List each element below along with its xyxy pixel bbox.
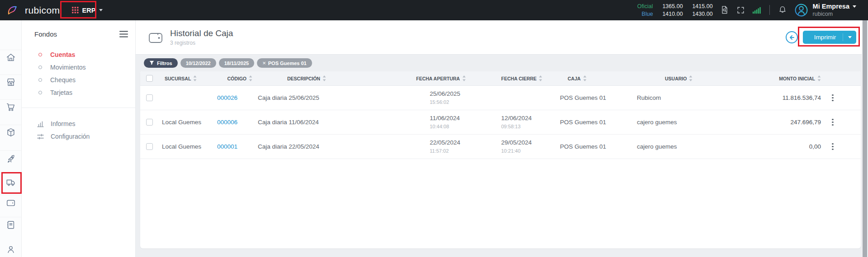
remove-filter-icon[interactable]: × <box>262 60 266 66</box>
column-header-codigo[interactable]: CÓDIGO <box>217 75 253 81</box>
filter-chip-date-from[interactable]: 10/12/2022 <box>180 58 216 68</box>
sidebar-item-configuracion[interactable]: Configuración <box>22 130 135 143</box>
icon-rail <box>0 20 22 257</box>
table-row: 000026 Caja diaria 25/06/2025 25/06/2025… <box>140 86 861 110</box>
sort-icon <box>583 75 587 81</box>
cell-monto-inicial: 0,00 <box>742 143 821 150</box>
column-header-sucursal[interactable]: SUCURSAL <box>158 75 217 81</box>
column-header-fecha-apertura[interactable]: FECHA APERTURA <box>412 75 498 81</box>
table-row: Local Guemes 000001 Caja diaria 22/05/20… <box>140 135 861 159</box>
filter-chip-date-to[interactable]: 18/11/2025 <box>219 58 254 68</box>
cell-descripcion: Caja diaria 25/06/2025 <box>253 94 412 101</box>
sidebar-item-label: Movimientos <box>50 64 86 71</box>
codigo-link[interactable]: 000001 <box>217 143 237 150</box>
rail-item-rocket[interactable] <box>0 149 21 169</box>
person-icon <box>6 244 16 254</box>
column-header-usuario[interactable]: USUARIO <box>633 75 742 81</box>
sidebar-item-informes[interactable]: Informes <box>22 117 135 130</box>
rail-item-wallet[interactable] <box>0 193 21 213</box>
page-header: Historial de Caja 3 registros Imprimir <box>136 20 862 55</box>
rate-label-blue: Blue <box>637 11 653 17</box>
chevron-down-icon <box>853 5 856 8</box>
rail-item-store[interactable] <box>0 72 21 92</box>
table-row: Local Guemes 000006 Caja diaria 11/06/20… <box>140 110 861 135</box>
column-header-monto-inicial[interactable]: MONTO INICIAL <box>742 75 821 81</box>
rate-oficial-sell: 1415.00 <box>688 3 713 9</box>
app-switcher-erp[interactable]: ERP <box>71 5 104 16</box>
wallet-icon <box>6 198 16 208</box>
sidebar-item-cuentas[interactable]: Cuentas <box>22 48 135 61</box>
column-header-caja[interactable]: CAJA <box>556 75 633 81</box>
bullet-icon <box>38 65 42 69</box>
sidebar-item-cheques[interactable]: Cheques <box>22 74 135 86</box>
home-icon <box>6 52 16 62</box>
rail-item-package[interactable] <box>0 122 21 142</box>
cell-usuario: cajero guemes <box>633 119 742 126</box>
rail-item-user[interactable] <box>0 239 21 257</box>
topbar-divider <box>769 5 770 15</box>
chevron-down-icon <box>99 9 103 11</box>
rate-label-oficial: Oficial <box>637 3 653 9</box>
fecha-cierre: 12/06/2024 <box>501 115 532 122</box>
page-title: Historial de Caja <box>170 28 233 38</box>
document-search-icon[interactable] <box>720 5 729 14</box>
filter-chip-caja[interactable]: × POS Guemes 01 <box>257 58 312 68</box>
codigo-link[interactable]: 000006 <box>217 119 237 126</box>
sort-icon <box>817 75 821 81</box>
exchange-rates: Oficial 1365.00 1415.00 Blue 1410.00 143… <box>637 3 713 17</box>
codigo-link[interactable]: 000026 <box>217 94 237 101</box>
hora-cierre: 09:58:13 <box>501 124 532 129</box>
print-button[interactable]: Imprimir <box>803 31 856 44</box>
back-button[interactable] <box>786 31 798 43</box>
rail-item-truck[interactable] <box>0 173 21 192</box>
select-all-checkbox[interactable] <box>146 75 153 82</box>
bullet-icon <box>38 78 42 82</box>
vertical-scrollbar[interactable] <box>862 20 868 257</box>
sidebar-item-label: Cuentas <box>50 51 75 58</box>
row-actions-kebab-icon[interactable] <box>830 117 835 128</box>
cell-sucursal: Local Guemes <box>158 119 217 126</box>
shopping-cart-icon <box>6 102 16 112</box>
cash-history-table: SUCURSAL CÓDIGO DESCRIPCIÓN FECHA APERTU… <box>140 71 861 248</box>
fecha-apertura: 11/06/2024 <box>430 115 460 122</box>
row-actions-kebab-icon[interactable] <box>830 93 835 103</box>
cell-monto-inicial: 247.696,79 <box>742 119 821 126</box>
collapse-menu-icon[interactable] <box>119 31 128 37</box>
notifications-bell-icon[interactable] <box>778 5 787 14</box>
filter-bar: Filtros 10/12/2022 18/11/2025 × POS Guem… <box>136 55 862 71</box>
fecha-apertura: 22/05/2024 <box>430 140 460 146</box>
fecha-apertura: 25/06/2025 <box>430 91 460 98</box>
fecha-cierre: 29/05/2024 <box>501 140 532 146</box>
row-checkbox[interactable] <box>146 94 153 101</box>
sort-icon <box>249 75 252 81</box>
row-checkbox[interactable] <box>146 143 153 150</box>
sidebar-item-label: Informes <box>51 120 75 127</box>
sliders-icon <box>37 133 44 140</box>
bullet-icon <box>38 91 42 94</box>
package-icon <box>6 127 16 137</box>
topbar: rubicom ERP Oficial 1365.00 1415.00 Blue… <box>0 0 868 20</box>
column-header-descripcion[interactable]: DESCRIPCIÓN <box>253 75 412 81</box>
row-actions-kebab-icon[interactable] <box>830 141 835 152</box>
sort-icon <box>193 75 197 81</box>
truck-icon <box>6 178 16 187</box>
sidebar-item-movimientos[interactable]: Movimientos <box>22 61 135 74</box>
rubicom-logo-icon[interactable] <box>6 4 18 16</box>
user-menu[interactable]: Mi Empresa rubicom <box>794 3 856 17</box>
sidebar-item-tarjetas[interactable]: Tarjetas <box>22 86 135 99</box>
record-count: 3 registros <box>170 40 233 46</box>
filters-button[interactable]: Filtros <box>144 58 178 68</box>
row-checkbox[interactable] <box>146 119 153 126</box>
column-header-fecha-cierre[interactable]: FECHA CIERRE <box>498 75 556 81</box>
hora-apertura: 11:57:02 <box>430 148 460 154</box>
rail-item-cart[interactable] <box>0 97 21 117</box>
scrollbar-thumb[interactable] <box>863 20 867 257</box>
rail-item-home[interactable] <box>0 47 21 67</box>
fullscreen-icon[interactable] <box>736 6 745 14</box>
signal-bars-icon[interactable] <box>752 5 761 14</box>
rail-item-ledger[interactable] <box>0 215 21 235</box>
sort-icon <box>323 75 326 81</box>
hora-cierre: 10:21:40 <box>501 148 532 154</box>
print-options-toggle[interactable] <box>843 33 856 41</box>
sort-icon <box>539 75 542 81</box>
